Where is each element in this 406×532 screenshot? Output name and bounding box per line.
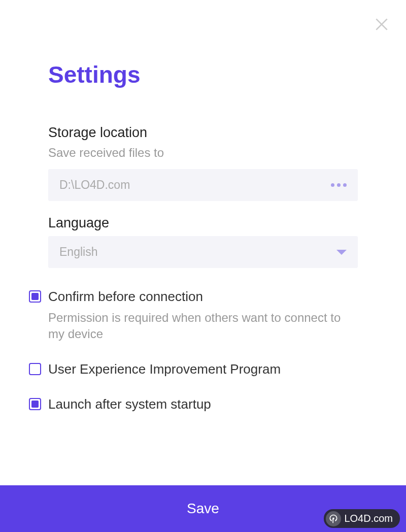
watermark-text: LO4D.com [344, 513, 393, 524]
close-button[interactable] [373, 15, 391, 34]
uxip-checkbox[interactable] [29, 363, 41, 375]
launch-startup-checkbox[interactable] [29, 398, 41, 410]
confirm-connection-row: Confirm before connection Permission is … [29, 288, 358, 343]
confirm-connection-checkbox[interactable] [29, 290, 41, 303]
watermark-icon [326, 511, 341, 526]
launch-startup-content: Launch after system startup [48, 396, 358, 413]
storage-location-label: Storage location [48, 125, 358, 141]
language-dropdown[interactable]: English [48, 236, 358, 268]
launch-startup-label: Launch after system startup [48, 396, 358, 413]
confirm-connection-content: Confirm before connection Permission is … [48, 288, 358, 343]
chevron-down-icon [336, 250, 347, 255]
confirm-connection-label: Confirm before connection [48, 288, 358, 306]
watermark: LO4D.com [324, 509, 400, 528]
settings-panel: Settings Storage location Save received … [0, 0, 406, 413]
language-value: English [59, 245, 97, 259]
storage-location-sublabel: Save received files to [48, 146, 358, 160]
uxip-label: User Experience Improvement Program [48, 361, 358, 378]
close-icon [374, 16, 390, 32]
more-icon[interactable] [331, 183, 347, 187]
uxip-content: User Experience Improvement Program [48, 361, 358, 378]
language-label: Language [48, 215, 358, 231]
storage-location-field[interactable]: D:\LO4D.com [48, 169, 358, 201]
page-title: Settings [48, 61, 358, 88]
storage-location-value: D:\LO4D.com [59, 178, 130, 192]
uxip-row: User Experience Improvement Program [29, 361, 358, 378]
launch-startup-row: Launch after system startup [29, 396, 358, 413]
confirm-connection-description: Permission is required when others want … [48, 310, 358, 343]
